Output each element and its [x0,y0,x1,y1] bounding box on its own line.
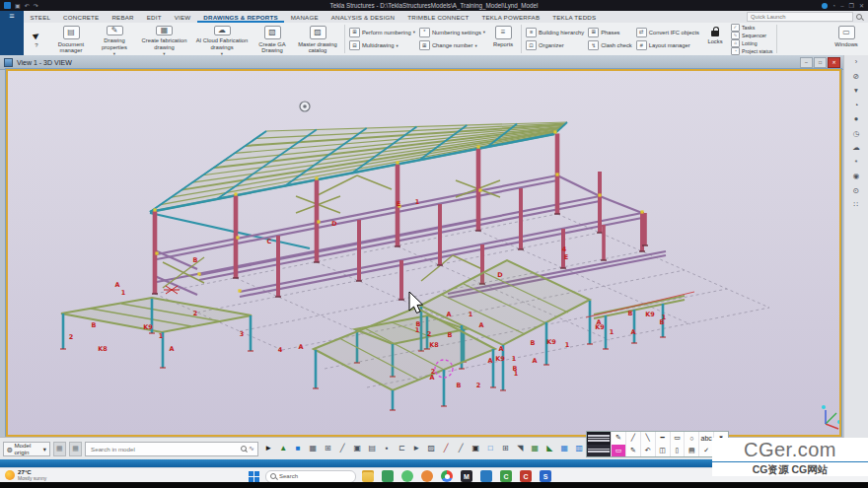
app-m-icon[interactable]: M [461,470,472,482]
select-component-icon[interactable]: ■ [291,442,306,456]
dropdown-caret-icon[interactable]: ▾ [397,44,398,47]
building-hierarchy-button[interactable]: ≡Building hierarchy [526,28,584,37]
undo-icon[interactable]: ↶ [640,445,655,457]
search-icon[interactable] [241,446,247,452]
model-3d-scene[interactable]: A1B234ACDE14EDBK912K8AK8B12BA1ABK91AAK91… [8,71,839,435]
app-green-icon[interactable] [382,470,394,482]
select-point-icon[interactable]: ▪ [380,442,395,456]
tab-view[interactable]: VIEW [168,11,197,23]
select-bolt-icon[interactable]: ╱ [454,442,469,456]
taskbar-weather[interactable]: 27°C Mostly sunny [5,469,46,481]
layout-manager-button[interactable]: #Layout manager [636,40,699,50]
coords-button-2[interactable]: ▦ [69,442,82,456]
select-line-icon[interactable]: ╱ [335,442,350,456]
ellipse-icon[interactable]: ○ [684,432,698,445]
select-task-icon[interactable]: ⊞ [498,442,513,456]
tab-analysis-design[interactable]: ANALYSIS & DESIGN [325,11,401,23]
marker-icon[interactable]: ╱ [625,432,640,445]
view-maximize-button[interactable]: □ [814,57,827,68]
windows-button[interactable]: ▭Windows [825,23,868,55]
user-icon[interactable]: ◔ [832,3,836,9]
advanced-search-icon[interactable]: ∿ [249,445,254,453]
rectangle-icon[interactable]: ▭ [670,432,685,445]
app-orange-icon[interactable] [421,470,433,482]
change-number-button[interactable]: ⊞Change number▾ [419,40,485,50]
maximize-button[interactable]: ❐ [849,3,854,9]
pen-icon[interactable]: ✎ [611,432,625,445]
project-status-button[interactable]: ◔Project status [731,47,772,55]
tab-trimble-connect[interactable]: TRIMBLE CONNECT [401,11,475,23]
target-icon[interactable]: ◉ [853,173,860,180]
sequencer-button[interactable]: ∿Sequencer [731,32,772,39]
eraser-icon[interactable]: ◫ [655,445,670,457]
minimize-button[interactable]: – [840,3,843,9]
perform-numbering-button[interactable]: ⊞Perform numbering▾ [349,28,415,37]
select-grid-icon[interactable]: ▤ [365,442,380,456]
dropdown-caret-icon[interactable]: ▾ [483,31,485,34]
redo-icon[interactable]: ↷ [34,3,38,9]
ai-cloud-fabrication-drawings-button[interactable]: ☁AI Cloud Fabrication drawings▾ [192,23,252,55]
tab-drawings-reports[interactable]: DRAWINGS & REPORTS [197,11,284,23]
profile-icon[interactable]: ◔ [854,102,859,109]
select-corner-icon[interactable]: ◣ [542,442,557,456]
tasks-button[interactable]: ✓Tasks [731,24,772,32]
tab-concrete[interactable]: CONCRETE [57,11,106,23]
drawing-properties-button[interactable]: ✎Drawing properties▾ [93,23,136,55]
view-window-titlebar[interactable]: View 1 - 3D VIEW – □ ✕ [0,55,843,70]
view-minimize-button[interactable]: – [800,57,813,68]
lotting-button[interactable]: ⌂Lotting [731,39,772,47]
multidrawing-button[interactable]: ⊟Multidrawing▾ [349,40,415,50]
file-menu-button[interactable]: ≡ [0,11,24,55]
create-ga-drawing-button[interactable]: ▧Create GA Drawing [252,23,293,55]
gear-icon[interactable]: ⊙ [853,187,859,195]
dropdown-caret-icon[interactable]: ▾ [413,31,415,34]
app-s-icon[interactable]: S [540,470,551,482]
select-blue-grid-icon[interactable]: ▥ [572,442,587,456]
chrome-icon[interactable] [441,470,453,482]
organizer-button[interactable]: ⊡Organizer [526,40,584,50]
file-explorer-icon[interactable] [362,470,374,482]
thick-line-icon[interactable]: ━ [655,432,670,445]
phases-button[interactable]: ⊞Phases [588,28,632,37]
clash-check-button[interactable]: ↯Clash check [588,40,632,50]
app-blue-icon[interactable] [480,470,492,482]
tab-rebar[interactable]: REBAR [106,11,140,23]
windows-start-button[interactable] [249,471,259,482]
convert-ifc-objects-button[interactable]: ⇄Convert IFC objects [636,28,699,37]
line-icon[interactable]: ╲ [640,432,655,445]
done-icon[interactable]: ✓ [698,445,713,457]
settings-icon[interactable]: * [855,159,858,167]
select-all-icon[interactable]: ► [261,442,276,456]
tab-manage[interactable]: MANAGE [284,11,325,23]
select-rebar-icon[interactable]: ╱ [439,442,454,456]
select-plate-icon[interactable]: ▣ [350,442,365,456]
view-close-button[interactable]: ✕ [828,57,840,68]
select-weld-icon[interactable]: ⊏ [395,442,409,456]
create-fabrication-drawing-button[interactable]: ▦Create fabrication drawing▾ [136,23,192,55]
tekla-red-icon[interactable]: C [520,470,532,482]
text-icon[interactable]: abc [698,432,713,445]
numbering-settings-button[interactable]: *Numbering settings▾ [419,28,485,37]
account-status-icon[interactable] [822,3,828,9]
tab-tekla-powerfab[interactable]: TEKLA POWERFAB [475,11,546,23]
select-assembly-icon[interactable]: □ [483,442,498,456]
tab-edit[interactable]: EDIT [140,11,168,23]
model-viewport[interactable]: A1B234ACDE14EDBK912K8AK8B12BA1ABK91AAK91… [6,69,841,437]
history-icon[interactable]: ◷ [853,130,860,138]
select-blue-mesh-icon[interactable]: ▦ [557,442,572,456]
close-button[interactable]: ✕ [859,3,864,9]
model-origin-dropdown[interactable]: ◍ Model origin ▾ [3,442,50,456]
select-filter-icon[interactable]: ▲ [276,442,291,456]
master-drawing-catalog-button[interactable]: ▨Master drawing catalog [293,23,342,55]
select-cursor-tool[interactable]: ► ? [24,23,49,55]
app-dot-icon[interactable] [401,470,413,482]
panel-expand-icon[interactable]: › [855,58,858,66]
tab-steel[interactable]: STEEL [24,11,57,23]
trash-icon[interactable]: ▯ [670,445,685,457]
select-surface-icon[interactable]: ⊞ [321,442,335,456]
tekla-green-icon[interactable]: C [500,470,512,482]
save-icon[interactable]: ▣ [15,3,21,9]
apps-grid-icon[interactable]: ∷ [854,201,859,209]
cloud-icon[interactable]: ☁ [852,144,860,152]
filter-icon[interactable]: ▾ [854,87,858,95]
